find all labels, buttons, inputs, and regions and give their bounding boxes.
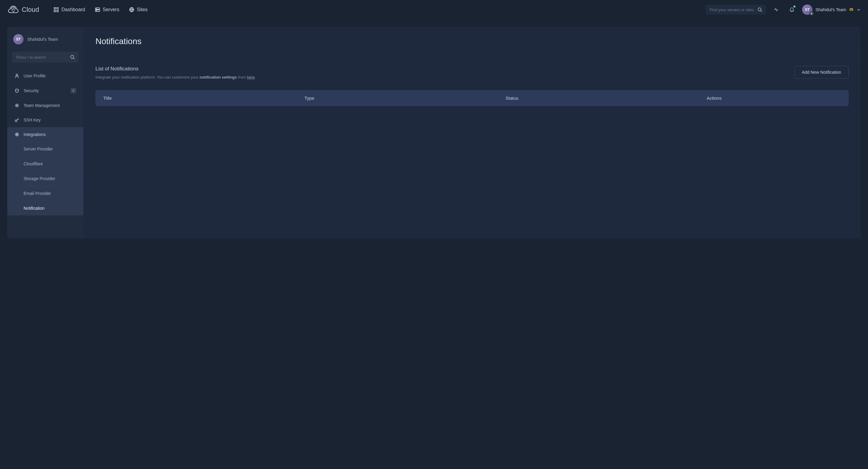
sidebar-subitem-storage-provider[interactable]: Storage Provider (7, 171, 83, 186)
svg-point-14 (18, 90, 18, 91)
nav-servers-label: Servers (103, 7, 119, 12)
sidebar-subitem-server-provider[interactable]: Server Provider (7, 142, 83, 156)
svg-rect-3 (57, 10, 58, 12)
notifications-table: Title Type Status Actions (95, 90, 849, 106)
sidebar-item-ssh-key[interactable]: SSH Key (7, 113, 83, 127)
search-icon (70, 55, 75, 60)
brand-logo[interactable]: Cloud (7, 4, 39, 16)
column-header-title: Title (103, 95, 304, 100)
subtitle-text-2: from (237, 75, 247, 80)
content-body: List of Notifications Integrate your not… (83, 56, 861, 116)
notification-indicator (794, 5, 796, 7)
user-team-name: Shahidul's Team (815, 7, 846, 12)
list-subtitle: Integrate your notification platform. Yo… (95, 74, 256, 80)
sidebar-avatar-initials: ST (16, 37, 21, 41)
notifications-button[interactable] (786, 4, 797, 15)
content-area: Notifications List of Notifications Inte… (83, 27, 861, 238)
crown-icon (849, 7, 854, 12)
svg-point-17 (16, 134, 18, 136)
sidebar-item-team-management[interactable]: Team Management (7, 98, 83, 113)
sidebar-navigation: User Profile Security (7, 68, 83, 215)
globe-icon (129, 7, 134, 12)
sidebar-subitem-notification[interactable]: Notification (7, 201, 83, 215)
nav-sites-label: Sites (137, 7, 148, 12)
dashboard-icon (54, 7, 59, 12)
main-container: ST Shahidul's Team User (0, 20, 868, 246)
sidebar-item-integrations[interactable]: Integrations (7, 127, 83, 142)
sidebar-subitem-label: Server Provider (24, 147, 53, 151)
list-header: List of Notifications Integrate your not… (95, 66, 849, 80)
user-menu[interactable]: ST $ Shahidul's Team (802, 4, 861, 15)
sidebar-item-label: Team Management (24, 103, 60, 108)
top-navigation-bar: Cloud Dashboard (0, 0, 868, 20)
table-header-row: Title Type Status Actions (95, 90, 849, 106)
avatar-initials: ST (805, 7, 809, 12)
sidebar-avatar: ST (13, 34, 24, 45)
sidebar-item-label: SSH Key (24, 118, 41, 122)
nav-sites[interactable]: Sites (129, 7, 148, 12)
sidebar-item-label: User Profile (24, 74, 45, 78)
avatar-badge: $ (809, 11, 814, 16)
add-notification-button[interactable]: Add New Notification (794, 66, 849, 79)
sidebar-subitem-cloudflare[interactable]: Cloudflare (7, 156, 83, 171)
team-icon (14, 103, 19, 108)
global-search-box[interactable] (706, 5, 766, 14)
svg-point-13 (17, 90, 17, 91)
subtitle-bold: notification settings (199, 75, 237, 80)
user-avatar: ST $ (802, 4, 812, 15)
list-title-section: List of Notifications Integrate your not… (95, 66, 256, 80)
chevron-right-icon (71, 88, 76, 93)
column-header-actions: Actions (707, 95, 841, 100)
sidebar-subitem-label: Cloudflare (24, 162, 43, 166)
subtitle-text-1: Integrate your notification platform. Yo… (95, 75, 199, 80)
sidebar-item-user-profile[interactable]: User Profile (7, 68, 83, 83)
nav-dashboard[interactable]: Dashboard (54, 7, 85, 12)
sidebar-team-name: Shahidul's Team (27, 37, 58, 42)
content-header: Notifications (83, 27, 861, 56)
main-navigation: Dashboard Servers Sites (54, 7, 147, 12)
list-title: List of Notifications (95, 66, 256, 72)
sidebar-item-security[interactable]: Security (7, 83, 83, 98)
svg-point-15 (16, 105, 18, 106)
nav-servers[interactable]: Servers (95, 7, 119, 12)
subtitle-text-3: . (255, 75, 256, 80)
page-title: Notifications (95, 36, 849, 46)
sidebar-subitem-label: Notification (24, 206, 44, 211)
subtitle-link[interactable]: here (247, 75, 255, 80)
sidebar-item-label: Integrations (24, 132, 45, 137)
svg-rect-2 (54, 10, 56, 12)
global-search-input[interactable] (710, 7, 754, 12)
svg-point-6 (96, 8, 96, 9)
column-header-type: Type (304, 95, 505, 100)
svg-point-11 (16, 74, 18, 76)
nav-dashboard-label: Dashboard (61, 7, 85, 12)
chevron-down-icon (857, 7, 861, 12)
svg-rect-0 (54, 7, 56, 9)
topbar-right-section: ST $ Shahidul's Team (706, 4, 861, 15)
key-icon (14, 118, 19, 122)
sidebar: ST Shahidul's Team User (7, 27, 83, 238)
server-icon (95, 7, 100, 12)
sidebar-subitem-label: Email Provider (24, 191, 51, 196)
sidebar-search-input[interactable] (16, 55, 67, 60)
svg-point-7 (96, 10, 96, 11)
user-icon (14, 74, 19, 78)
svg-rect-1 (57, 7, 58, 9)
logo-icon (7, 4, 19, 16)
search-icon (757, 7, 762, 12)
activity-button[interactable] (771, 4, 782, 15)
gear-icon (14, 132, 19, 137)
sidebar-subitem-email-provider[interactable]: Email Provider (7, 186, 83, 201)
sidebar-search-box[interactable] (12, 52, 79, 63)
shield-icon (14, 88, 19, 93)
sidebar-subitem-label: Storage Provider (24, 176, 55, 181)
brand-name: Cloud (22, 6, 39, 13)
sidebar-item-label: Security (24, 88, 39, 93)
sidebar-header: ST Shahidul's Team (7, 27, 83, 52)
column-header-status: Status (505, 95, 707, 100)
